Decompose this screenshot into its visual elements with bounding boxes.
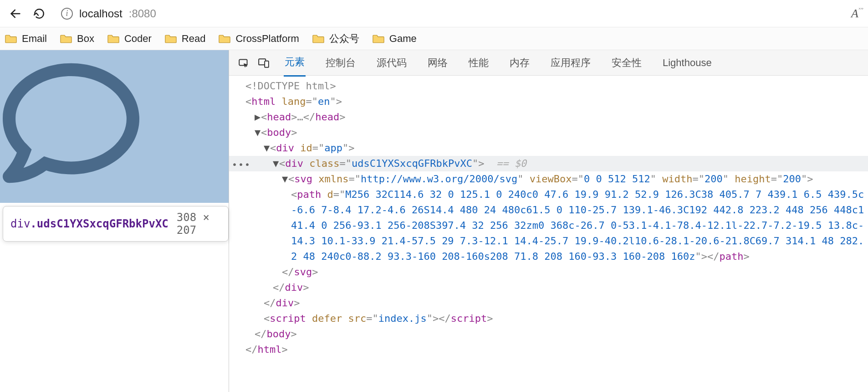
devtools-tabs: 元素 控制台 源代码 网络 性能 内存 应用程序 安全性 Lighthouse [284,49,713,77]
dom-node-selected[interactable]: •••▼<div class="udsC1YXSxcqGFRbkPvXC"> =… [229,156,868,171]
bookmark-folder[interactable]: Game [372,33,417,45]
tab-performance[interactable]: 性能 [468,50,490,76]
address-bar[interactable]: i localhost:8080 [53,4,843,24]
tab-sources[interactable]: 源代码 [376,50,408,76]
bookmark-label: Game [389,33,417,45]
tab-network[interactable]: 网络 [427,50,449,76]
read-aloud-icon[interactable]: A››› [847,6,863,21]
main-split: div.udsC1YXSxcqGFRbkPvXC 308 × 207 元素 控制… [0,50,868,392]
site-info-icon[interactable]: i [61,8,73,20]
chat-bubble-icon [3,55,139,191]
bookmark-label: CrossPlatform [235,33,299,45]
inspect-tooltip-tag: div [10,217,30,230]
devtools-tabbar: 元素 控制台 源代码 网络 性能 内存 应用程序 安全性 Lighthouse [229,50,868,76]
collapse-triangle-icon[interactable]: ▼ [282,171,288,187]
devtools-panel: 元素 控制台 源代码 网络 性能 内存 应用程序 安全性 Lighthouse … [229,50,868,392]
tab-lighthouse[interactable]: Lighthouse [662,51,713,75]
reload-button[interactable] [29,4,49,24]
bookmark-folder[interactable]: Email [5,33,47,45]
folder-icon [164,34,177,44]
bookmark-folder[interactable]: Coder [107,33,152,45]
folder-icon [218,34,231,44]
device-toolbar-button[interactable] [254,53,274,73]
collapse-triangle-icon[interactable]: ▼ [255,125,261,140]
bookmark-label: Read [182,33,206,45]
folder-icon [372,34,385,44]
bookmark-label: 公众号 [329,32,359,46]
dom-node-html-close[interactable]: </html> [229,342,868,357]
folder-icon [107,34,120,44]
dom-node-html-open[interactable]: <html lang="en"> [229,94,868,109]
inspect-highlight [0,50,229,203]
address-host: localhost [79,7,123,20]
bookmark-folder[interactable]: CrossPlatform [218,33,299,45]
dom-tree[interactable]: <!DOCTYPE html> <html lang="en"> ▶<head>… [229,76,868,392]
dom-node-script[interactable]: <script defer src="index.js"></script> [229,311,868,326]
dom-node-body-open[interactable]: ▼<body> [229,125,868,140]
bookmark-label: Box [77,33,94,45]
dom-node-body-close[interactable]: </body> [229,326,868,342]
dom-node-path[interactable]: <path d="M256 32C114.6 32 0 125.1 0 240c… [229,187,868,264]
devices-icon [258,57,270,69]
back-button[interactable] [5,4,26,24]
bookmarks-bar: Email Box Coder Read CrossPlatform 公众号 G… [0,27,868,50]
inspect-tooltip-size: 308 × 207 [177,211,221,237]
dom-node-classdiv-close[interactable]: </div> [229,280,868,295]
tab-application[interactable]: 应用程序 [550,50,592,76]
dom-node-svg-close[interactable]: </svg> [229,264,868,280]
collapse-triangle-icon[interactable]: ▼ [273,156,279,171]
svg-rect-3 [265,61,269,67]
dom-node-doctype[interactable]: <!DOCTYPE html> [229,78,868,94]
more-actions-icon[interactable]: ••• [232,157,251,172]
bookmark-folder[interactable]: Read [164,33,206,45]
browser-toolbar: i localhost:8080 A››› [0,0,868,27]
bookmark-folder[interactable]: Box [60,33,94,45]
inspect-element-button[interactable] [234,53,254,73]
arrow-left-icon [9,7,22,20]
bookmark-label: Email [22,33,47,45]
inspect-tooltip-class: .udsC1YXSxcqGFRbkPvXC [30,217,168,230]
dom-node-app-open[interactable]: ▼<div id="app"> [229,140,868,156]
bookmark-label: Coder [124,33,152,45]
folder-icon [60,34,72,44]
dom-node-head[interactable]: ▶<head>…</head> [229,109,868,125]
dom-node-appdiv-close[interactable]: </div> [229,295,868,311]
reload-icon [33,8,45,20]
address-port: :8080 [129,7,156,20]
page-viewport: div.udsC1YXSxcqGFRbkPvXC 308 × 207 [0,50,229,392]
inspect-cursor-icon [238,57,250,69]
collapse-triangle-icon[interactable]: ▼ [264,140,270,156]
tab-security[interactable]: 安全性 [611,50,643,76]
folder-icon [312,34,325,44]
folder-icon [5,34,17,44]
tab-elements[interactable]: 元素 [284,49,306,77]
dom-node-svg-open[interactable]: ▼<svg xmlns="http://www.w3.org/2000/svg"… [229,171,868,187]
tab-console[interactable]: 控制台 [325,50,357,76]
inspect-tooltip: div.udsC1YXSxcqGFRbkPvXC 308 × 207 [3,206,229,242]
expand-triangle-icon[interactable]: ▶ [255,109,261,125]
tab-memory[interactable]: 内存 [509,50,531,76]
bookmark-folder[interactable]: 公众号 [312,32,359,46]
